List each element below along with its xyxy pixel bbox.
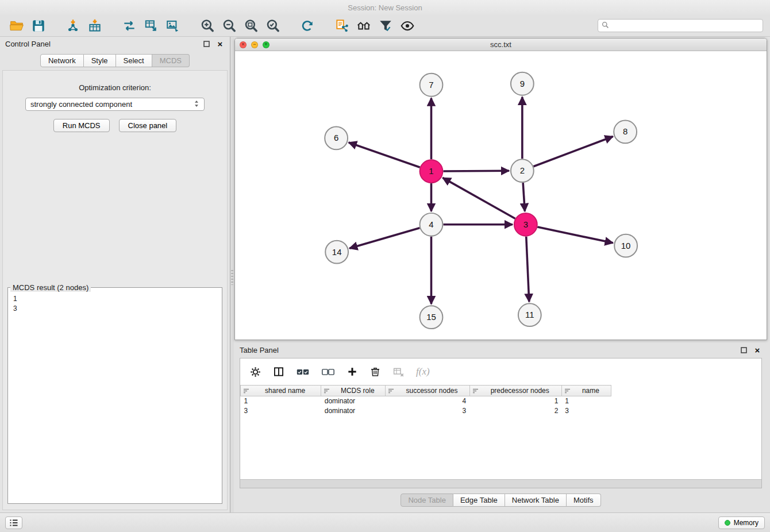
column-header-shared-name[interactable]: shared name xyxy=(241,385,321,396)
node-1[interactable]: 1 xyxy=(420,160,443,183)
tab-node-table[interactable]: Node Table xyxy=(401,494,453,507)
edge-2-8[interactable] xyxy=(533,137,613,167)
edge-1-2[interactable] xyxy=(443,171,509,171)
tab-network-table[interactable]: Network Table xyxy=(505,494,567,507)
node-7[interactable]: 7 xyxy=(420,74,443,97)
table-cell[interactable]: dominator xyxy=(321,406,386,416)
task-history-button[interactable] xyxy=(5,516,22,529)
toolbar-separator xyxy=(285,25,295,26)
task-list-icon xyxy=(9,519,18,527)
tab-style[interactable]: Style xyxy=(84,54,116,67)
node-8[interactable]: 8 xyxy=(614,121,637,144)
status-bar: Memory xyxy=(0,512,770,532)
show-columns-icon[interactable] xyxy=(273,364,284,379)
table-tools-icon[interactable] xyxy=(141,17,161,35)
tab-network[interactable]: Network xyxy=(40,54,84,67)
edge-1-6[interactable] xyxy=(349,142,420,167)
node-2[interactable]: 2 xyxy=(511,159,534,182)
open-session-icon[interactable] xyxy=(7,17,26,35)
zoom-window-icon[interactable]: + xyxy=(263,41,270,48)
network-window-titlebar[interactable]: × − + scc.txt xyxy=(235,38,767,51)
column-header-name[interactable]: name xyxy=(561,385,611,396)
table-cell[interactable]: 1 xyxy=(241,396,321,406)
search-box[interactable] xyxy=(598,19,763,32)
node-9[interactable]: 9 xyxy=(511,72,534,95)
column-header-MCDS-role[interactable]: MCDS role xyxy=(321,385,386,396)
node-label: 11 xyxy=(525,310,534,319)
node-4[interactable]: 4 xyxy=(420,213,443,236)
zoom-in-icon[interactable] xyxy=(198,17,217,35)
close-table-panel-icon[interactable]: × xyxy=(753,345,762,354)
zoom-fit-icon[interactable] xyxy=(241,17,261,35)
edge-3-11[interactable] xyxy=(526,237,529,302)
workspace: × − + scc.txt 7968124314101511 Table Pan… xyxy=(234,37,770,512)
tab-edge-table[interactable]: Edge Table xyxy=(453,494,505,507)
mcds-result-list[interactable]: 13 xyxy=(8,292,222,316)
tab-mcds[interactable]: MCDS xyxy=(152,54,190,67)
filter-icon[interactable] xyxy=(376,17,395,35)
node-10[interactable]: 10 xyxy=(614,234,637,257)
network-graph[interactable]: 7968124314101511 xyxy=(235,51,767,340)
node-label: 9 xyxy=(520,79,525,88)
deselect-all-icon[interactable] xyxy=(321,364,335,379)
table-row[interactable]: 1dominator411 xyxy=(241,396,611,406)
node-11[interactable]: 11 xyxy=(518,303,541,326)
table-cell[interactable]: 2 xyxy=(469,406,561,416)
table-cell[interactable]: 1 xyxy=(561,396,611,406)
node-3[interactable]: 3 xyxy=(514,213,537,236)
select-all-icon[interactable] xyxy=(296,364,310,379)
edge-4-14[interactable] xyxy=(349,228,419,249)
node-15[interactable]: 15 xyxy=(420,306,443,329)
column-header-successor-nodes[interactable]: successor nodes xyxy=(386,385,469,396)
edge-2-3[interactable] xyxy=(523,183,525,211)
edge-3-1[interactable] xyxy=(442,178,515,218)
table-cell[interactable]: 4 xyxy=(386,396,469,406)
network-canvas[interactable]: 7968124314101511 xyxy=(235,51,767,340)
close-window-icon[interactable]: × xyxy=(240,41,247,48)
node-label: 14 xyxy=(332,247,342,257)
table-toolbar: f(x) xyxy=(240,358,761,385)
zoom-selected-icon[interactable] xyxy=(263,17,283,35)
optimization-dropdown[interactable]: strongly connected component xyxy=(25,98,205,111)
node-label: 7 xyxy=(429,80,433,90)
table-cell[interactable]: 3 xyxy=(241,406,321,416)
tab-select[interactable]: Select xyxy=(116,54,152,67)
table-cell[interactable]: 3 xyxy=(386,406,469,416)
node-table: shared nameMCDS rolesuccessor nodesprede… xyxy=(240,385,611,416)
node-6[interactable]: 6 xyxy=(325,126,348,149)
run-mcds-button[interactable]: Run MCDS xyxy=(53,119,110,132)
column-header-predecessor-nodes[interactable]: predecessor nodes xyxy=(469,385,561,396)
close-panel-button[interactable]: Close panel xyxy=(119,119,177,132)
node-14[interactable]: 14 xyxy=(325,241,348,264)
float-table-window-icon[interactable] xyxy=(739,345,748,354)
network-tools-icon[interactable] xyxy=(120,17,139,35)
add-row-icon[interactable] xyxy=(346,364,358,379)
delete-row-icon[interactable] xyxy=(369,364,381,379)
tab-motifs[interactable]: Motifs xyxy=(567,494,601,507)
clone-network-icon[interactable] xyxy=(332,17,352,35)
node-label: 15 xyxy=(426,312,436,322)
float-window-icon[interactable] xyxy=(202,39,211,48)
edge-3-10[interactable] xyxy=(537,227,613,243)
import-network-icon[interactable] xyxy=(63,17,83,35)
zoom-out-icon[interactable] xyxy=(220,17,239,35)
table-row[interactable]: 3dominator323 xyxy=(241,406,611,416)
refresh-icon[interactable] xyxy=(298,17,317,35)
memory-button[interactable]: Memory xyxy=(718,516,765,529)
table-settings-icon[interactable] xyxy=(249,364,261,379)
table-cell[interactable]: dominator xyxy=(321,396,386,406)
search-input[interactable] xyxy=(612,20,759,32)
show-hide-icon[interactable] xyxy=(398,17,417,35)
close-panel-icon[interactable]: × xyxy=(215,39,225,48)
save-session-icon[interactable] xyxy=(29,17,48,35)
table-horizontal-scrollbar[interactable] xyxy=(240,479,761,488)
toolbar-separator xyxy=(51,25,61,26)
column-sort-icon xyxy=(564,388,571,394)
table-cell[interactable]: 3 xyxy=(561,406,611,416)
table-cell[interactable]: 1 xyxy=(469,396,561,406)
layout-icon[interactable] xyxy=(354,17,374,35)
minimize-window-icon[interactable]: − xyxy=(251,41,258,48)
column-sort-icon xyxy=(388,388,394,394)
import-table-icon[interactable] xyxy=(85,17,105,35)
export-image-icon[interactable] xyxy=(163,17,183,35)
